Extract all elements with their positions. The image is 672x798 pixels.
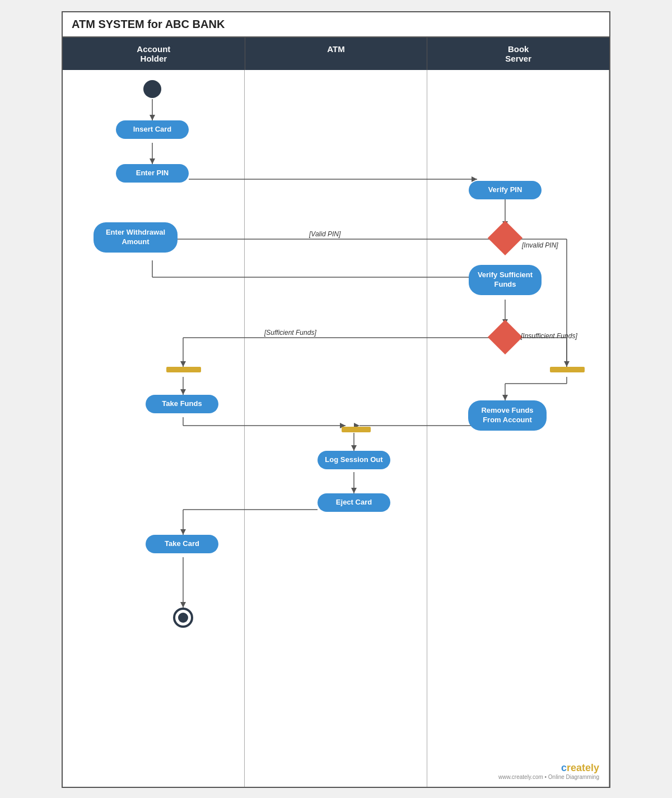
valid-pin-label: [Valid PIN] (309, 230, 340, 238)
eject-card-node: Eject Card (318, 493, 390, 512)
sufficient-funds-label: [Sufficient Funds] (264, 329, 316, 337)
header-atm: ATM (245, 38, 428, 70)
header-book-server: BookServer (427, 38, 609, 70)
creately-c-letter: c (561, 762, 567, 773)
insufficient-funds-label: [Insufficient Funds] (521, 332, 577, 340)
header-account-holder: AccountHolder (63, 38, 245, 70)
start-node (143, 80, 161, 98)
swim-lanes: Insert Card Enter PIN Enter Withdrawal A… (63, 70, 609, 787)
log-session-node: Log Session Out (318, 451, 390, 469)
enter-withdrawal-node: Enter Withdrawal Amount (94, 222, 178, 253)
sync-bar-atm (342, 427, 371, 432)
take-card-node: Take Card (146, 535, 218, 553)
sync-bar-right (550, 367, 585, 372)
creately-reately-text: reately (567, 762, 599, 773)
lane-atm (245, 70, 427, 787)
take-funds-node: Take Funds (146, 395, 218, 413)
enter-pin-node: Enter PIN (116, 164, 189, 183)
verify-funds-node: Verify Sufficient Funds (469, 265, 542, 295)
verify-pin-node: Verify PIN (469, 181, 542, 199)
header-row: AccountHolder ATM BookServer (63, 38, 609, 70)
remove-funds-node: Remove Funds From Account (468, 400, 547, 431)
sync-bar-left (166, 367, 201, 372)
creately-brand: creately (498, 762, 599, 774)
diagram-container: ATM SYSTEM for ABC BANK AccountHolder AT… (62, 11, 610, 788)
end-node (173, 608, 193, 628)
insert-card-node: Insert Card (116, 120, 189, 139)
invalid-pin-label: [Invalid PIN] (522, 241, 558, 249)
creately-footer: creately www.creately.com • Online Diagr… (498, 762, 599, 780)
end-node-inner (178, 613, 188, 623)
creately-sub: www.creately.com • Online Diagramming (498, 774, 599, 780)
diagram-title: ATM SYSTEM for ABC BANK (63, 12, 609, 38)
